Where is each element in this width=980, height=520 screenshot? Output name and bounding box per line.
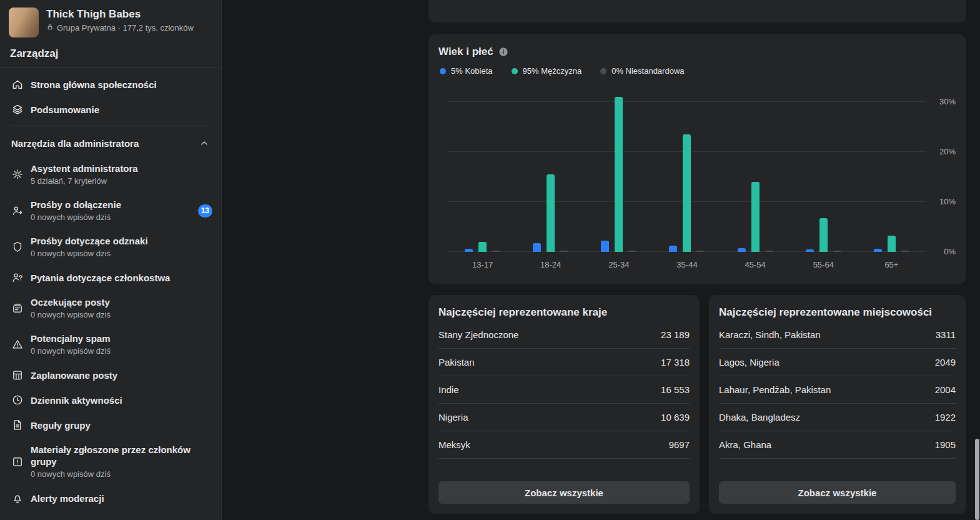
top-countries-title: Najczęściej reprezentowane kraje	[438, 306, 690, 319]
group-privacy: Grupa Prywatna · 177,2 tys. członków	[46, 23, 194, 32]
person-arrow-icon	[11, 204, 24, 217]
legend-label: 0% Niestandardowa	[611, 66, 684, 76]
sidebar-item-overview[interactable]: Podsumowanie	[0, 97, 221, 122]
top-cities-title: Najczęściej reprezentowane miejscowości	[719, 306, 956, 319]
group-meta: Thick Thigh Babes Grupa Prywatna · 177,2…	[46, 8, 194, 32]
city-row: Karaczi, Sindh, Pakistan 3311	[719, 321, 956, 349]
legend-dot-mezczyzna	[512, 68, 518, 74]
countries-rows: Stany Zjednoczone 23 189 Pakistan 17 318…	[438, 321, 690, 459]
bar-kobieta-55-64	[806, 249, 814, 252]
sidebar-item-pending-posts[interactable]: Oczekujące posty 0 nowych wpisów dziś	[0, 290, 221, 326]
city-value: 2004	[935, 384, 956, 395]
bar-niestandardowa-18-24	[560, 251, 568, 252]
legend-label: 5% Kobieta	[451, 66, 493, 76]
age-gender-chart: 0%10%20%30% 13-1718-2425-3435-4445-5455-…	[448, 96, 926, 252]
country-name: Meksyk	[438, 439, 470, 450]
bar-mężczyzna-55-64	[819, 218, 828, 252]
sidebar-nav: Strona główna społeczności Podsumowanie …	[0, 68, 221, 511]
shield-icon	[11, 241, 24, 253]
legend-dot-kobieta	[440, 68, 446, 74]
bar-kobieta-13-17	[465, 249, 473, 252]
sidebar-item-moderation-alerts[interactable]: Alerty moderacji	[0, 486, 221, 511]
sidebar-item-activity-log[interactable]: Dziennik aktywności	[0, 388, 221, 412]
sidebar-item-membership-questions[interactable]: Pytania dotyczące członkostwa	[0, 265, 221, 290]
group-name[interactable]: Thick Thigh Babes	[46, 8, 194, 21]
group-avatar[interactable]	[9, 8, 39, 38]
bar-group-65+: 65+	[874, 96, 909, 252]
warning-triangle-icon	[11, 338, 24, 351]
country-row: Pakistan 17 318	[438, 349, 690, 376]
country-value: 10 639	[661, 412, 690, 422]
sidebar-item-label: Prośby dotyczące odznaki	[31, 235, 148, 247]
country-value: 16 553	[661, 384, 690, 395]
sidebar-item-sublabel: 0 nowych wpisów dziś	[31, 248, 148, 259]
city-name: Dhaka, Bangladesz	[719, 412, 800, 422]
tick-label: 30%	[928, 96, 956, 108]
admin-tools-section-label: Narzędzia dla administratora	[11, 138, 139, 149]
city-name: Akra, Ghana	[719, 439, 771, 450]
sidebar-item-sublabel: 0 nowych wpisów dziś	[31, 212, 121, 222]
sidebar-item-sublabel: 5 działań, 7 kryteriów	[31, 176, 138, 186]
country-name: Pakistan	[438, 357, 475, 368]
legend-label: 95% Mężczyzna	[523, 66, 582, 76]
sidebar-item-label: Prośby o dołączenie	[31, 199, 121, 211]
sidebar-item-label: Podsumowanie	[31, 104, 99, 116]
sidebar-item-label: Pytania dotyczące członkostwa	[31, 272, 170, 284]
country-name: Stany Zjednoczone	[438, 329, 518, 340]
city-row: Dhaka, Bangladesz 1922	[719, 404, 956, 431]
sidebar-item-label: Materiały zgłoszone przez członków grupy	[31, 444, 212, 468]
city-row: Akra, Ghana 1905	[719, 431, 956, 459]
city-value: 1905	[935, 439, 956, 450]
sidebar-item-scheduled-posts[interactable]: Zaplanowane posty	[0, 362, 221, 388]
main-content: Wiek i płeć 5% Kobieta 95% Mężczyzna 0% …	[222, 0, 980, 520]
sidebar-item-label: Potencjalny spam	[31, 332, 111, 344]
category-label: 18-24	[540, 260, 561, 269]
bar-mężczyzna-45-54	[751, 182, 760, 252]
bar-kobieta-25-34	[601, 241, 609, 252]
sidebar-item-badge-requests[interactable]: Prośby dotyczące odznaki 0 nowych wpisów…	[0, 229, 221, 265]
bar-kobieta-45-54	[738, 248, 746, 252]
info-icon[interactable]	[498, 47, 508, 57]
document-icon	[11, 419, 24, 431]
bar-mężczyzna-35-44	[683, 134, 691, 252]
location-cards-row: Najczęściej reprezentowane kraje Stany Z…	[428, 295, 966, 514]
group-header: Thick Thigh Babes Grupa Prywatna · 177,2…	[0, 0, 221, 42]
tick-label: 0%	[928, 246, 956, 258]
age-gender-title: Wiek i płeć	[438, 46, 493, 58]
country-row: Indie 16 553	[438, 376, 690, 404]
city-name: Lahaur, Pendżab, Pakistan	[719, 384, 831, 395]
layers-icon	[11, 103, 24, 116]
sidebar-item-community-home[interactable]: Strona główna społeczności	[0, 72, 221, 97]
admin-tools-section-header[interactable]: Narzędzia dla administratora	[0, 130, 221, 156]
city-name: Lagos, Nigeria	[719, 357, 780, 368]
sidebar-item-sublabel: 0 nowych wpisów dziś	[31, 309, 111, 320]
category-label: 13-17	[472, 260, 493, 269]
legend-item-kobieta: 5% Kobieta	[440, 66, 493, 76]
bell-icon	[11, 492, 24, 504]
sidebar-item-member-reported[interactable]: Materiały zgłoszone przez członków grupy…	[0, 438, 221, 486]
see-all-cities-button[interactable]: Zobacz wszystkie	[719, 481, 956, 504]
sidebar-item-potential-spam[interactable]: Potencjalny spam 0 nowych wpisów dziś	[0, 326, 221, 362]
chevron-up-icon	[199, 138, 210, 149]
city-value: 2049	[935, 357, 956, 368]
country-row: Stany Zjednoczone 23 189	[438, 321, 690, 349]
page-scrollbar-thumb[interactable]	[975, 439, 979, 520]
see-all-countries-button[interactable]: Zobacz wszystkie	[438, 481, 690, 504]
sidebar-item-admin-assist[interactable]: Asystent administratora 5 działań, 7 kry…	[0, 156, 221, 192]
sidebar-item-label: Asystent administratora	[31, 162, 138, 174]
bar-group-55-64: 55-64	[806, 96, 841, 252]
manage-heading: Zarządzaj	[0, 42, 221, 68]
sidebar-item-group-rules[interactable]: Reguły grupy	[0, 412, 221, 438]
city-row: Lahaur, Pendżab, Pakistan 2004	[719, 376, 956, 404]
cities-rows: Karaczi, Sindh, Pakistan 3311 Lagos, Nig…	[719, 321, 956, 459]
bar-niestandardowa-45-54	[765, 251, 773, 252]
sidebar-item-label: Alerty moderacji	[31, 492, 104, 504]
sidebar-item-join-requests[interactable]: Prośby o dołączenie 0 nowych wpisów dziś…	[0, 192, 221, 229]
chart-legend: 5% Kobieta 95% Mężczyzna 0% Niestandardo…	[438, 66, 956, 76]
sidebar-item-label: Strona główna społeczności	[31, 79, 157, 91]
report-box-icon	[11, 456, 24, 468]
country-name: Indie	[438, 384, 459, 395]
bar-kobieta-35-44	[669, 246, 677, 252]
bar-group-35-44: 35-44	[669, 96, 705, 252]
sidebar-item-sublabel: 0 nowych wpisów dziś	[31, 346, 111, 356]
